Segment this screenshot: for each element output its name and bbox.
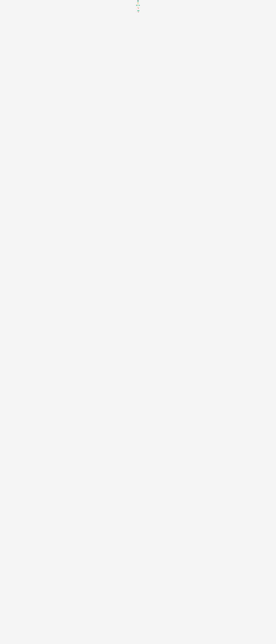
has-template-diamond [138,4,139,4]
inserted-text-3: the first time [140,8,140,8]
teardown-node [137,10,140,11]
created-hook-node [136,2,137,2]
has-el-yes-label: YES [138,3,138,4]
ready-hook-node [136,8,137,8]
before-compile-node [136,4,137,4]
compile-yes-node [136,5,138,6]
has-template-no-label: NO [139,4,140,5]
in-document-yes-label: YES [138,8,138,8]
inserted-text-1: Inserted into [140,7,140,8]
vm-destroy-label: vm.$destroy() [138,9,139,9]
before-destroy-node [136,10,137,10]
diagram-container: new Vue() Observe Data Init Events creat… [62,0,214,21]
compile-no-node [138,5,140,6]
destroyed-hook-node [136,12,137,12]
compiled-hook-node [136,6,137,7]
has-el-no-label: NO [139,2,139,3]
has-template-yes-label: YES [136,4,137,5]
in-document-diamond [138,7,139,8]
vm-mount-label: vm.$mount(el) [139,3,140,3]
inserted-text-2: document for [140,8,140,8]
has-el-diamond [138,2,139,3]
